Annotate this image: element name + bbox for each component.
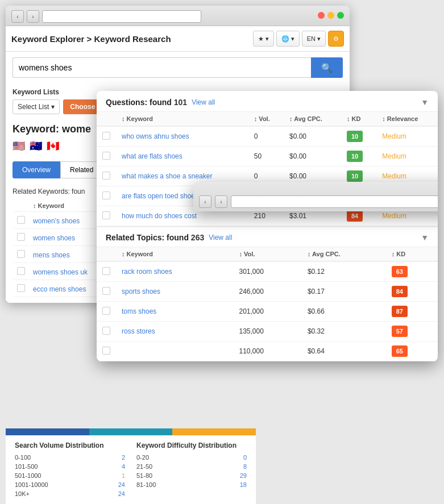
back-address-bar[interactable]: [42, 10, 201, 23]
checkbox[interactable]: [102, 132, 110, 140]
relevance-cell: Medium: [376, 126, 438, 147]
table-row: what are flats shoes 50 $0.00 10 Medium: [97, 147, 438, 166]
table-row: who owns ahnu shoes 0 $0.00 10 Medium: [97, 126, 438, 147]
minimize-btn[interactable]: [327, 12, 334, 19]
breadcrumb: Keyword Explorer > Keyword Research: [11, 34, 171, 44]
range-val: 0: [243, 454, 247, 461]
related-topics-table: ↕ Keyword ↕ Vol. ↕ Avg CPC. ↕ KD rack ro…: [97, 247, 438, 361]
cpc-cell: $0.64: [302, 341, 386, 361]
tab-overview[interactable]: Overview: [13, 161, 60, 178]
search-vol-dist: Search Volume Distribution 0-100 2 101-5…: [15, 441, 125, 498]
range-label: 101-500: [15, 463, 38, 470]
questions-header: Questions: found 101 View all ▼: [97, 91, 438, 112]
checkbox[interactable]: [102, 172, 110, 180]
breadcrumb-part2: Keyword Research: [94, 34, 171, 44]
checkbox[interactable]: [17, 267, 25, 275]
table-row: ross stores 135,000 $0.32 57: [97, 322, 438, 341]
kw-cell[interactable]: ross stores: [116, 322, 233, 341]
chevron-down-icon: ▾: [51, 103, 55, 111]
th-kd: ↕ KD: [341, 112, 376, 126]
checkbox[interactable]: [102, 152, 110, 160]
related-view-all[interactable]: View all: [209, 234, 232, 241]
kd-badge: 84: [392, 286, 408, 297]
cpc-cell: $0.32: [302, 322, 386, 341]
settings-button[interactable]: ⚙: [328, 31, 344, 47]
kd-badge: 10: [347, 131, 363, 142]
kd-badge: 10: [347, 151, 363, 162]
view-all-link[interactable]: View all: [192, 98, 215, 106]
dist-row: 101-500 4: [15, 462, 125, 471]
back-nav-btn[interactable]: ‹: [11, 10, 24, 23]
front-back-btn[interactable]: ‹: [199, 195, 211, 208]
checkbox[interactable]: [102, 307, 110, 315]
checkbox[interactable]: [102, 191, 110, 199]
dist-row: 10K+ 24: [15, 489, 125, 498]
dist-row: 0-20 0: [136, 453, 247, 462]
flag-ca[interactable]: 🇨🇦: [47, 140, 59, 152]
range-val: 8: [243, 463, 247, 470]
vol-cell: 201,000: [233, 302, 301, 322]
cpc-cell: $0.00: [284, 126, 341, 147]
questions-title: Questions: found 101: [106, 98, 187, 107]
range-label: 0-100: [15, 454, 31, 461]
table-row: 110,000 $0.64 65: [97, 341, 438, 361]
kd-dist-title: Keyword Difficulty Distribution: [136, 441, 247, 449]
star-button[interactable]: ★ ▾: [253, 31, 274, 47]
maximize-btn[interactable]: [337, 12, 344, 19]
dist-row: 1001-10000 24: [15, 480, 125, 489]
range-val: 24: [118, 481, 125, 488]
relevance-cell: Medium: [376, 147, 438, 166]
flag-au[interactable]: 🇦🇺: [30, 140, 42, 152]
kw-cell[interactable]: who owns ahnu shoes: [116, 126, 248, 147]
kw-cell[interactable]: rack room shoes: [116, 261, 233, 282]
checkbox[interactable]: [102, 347, 110, 355]
checkbox[interactable]: [17, 233, 25, 241]
kw-cell[interactable]: what are flats shoes: [116, 147, 248, 166]
q-count: 101: [174, 98, 187, 107]
dist-row: 501-1000 1: [15, 471, 125, 480]
cpc-cell: $0.00: [284, 147, 341, 166]
kd-badge: 10: [347, 170, 363, 182]
kd-dist: Keyword Difficulty Distribution 0-20 0 2…: [136, 441, 247, 498]
table-row: rack room shoes 301,000 $0.12 63: [97, 261, 438, 282]
th-relevance: ↕ Relevance: [376, 112, 438, 126]
flag-us[interactable]: 🇺🇸: [13, 140, 25, 152]
checkbox[interactable]: [17, 250, 25, 258]
kd-badge: 65: [392, 345, 408, 357]
vol-cell: 50: [248, 147, 284, 166]
range-label: 1001-10000: [15, 481, 48, 488]
checkbox[interactable]: [102, 211, 110, 219]
forward-nav-btn[interactable]: ›: [27, 10, 39, 23]
search-button[interactable]: 🔍: [311, 57, 343, 78]
checkbox[interactable]: [102, 267, 110, 275]
checkbox[interactable]: [17, 284, 25, 292]
th-kd: ↕ KD: [386, 247, 438, 261]
range-label: 0-20: [136, 454, 149, 461]
table-row: sports shoes 246,000 $0.17 84: [97, 282, 438, 302]
vol-cell: 301,000: [233, 261, 301, 282]
kw-cell[interactable]: [116, 341, 233, 361]
distribution-section: Search Volume Distribution 0-100 2 101-5…: [6, 435, 256, 504]
checkbox[interactable]: [102, 327, 110, 335]
kw-cell[interactable]: sports shoes: [116, 282, 233, 302]
related-filter-icon[interactable]: ▼: [421, 233, 429, 242]
main-search-input[interactable]: [13, 57, 311, 78]
breadcrumb-sep: >: [84, 34, 94, 44]
checkbox[interactable]: [102, 287, 110, 295]
breadcrumb-part1: Keyword Explorer: [11, 34, 84, 44]
lang-button[interactable]: EN ▾: [302, 31, 326, 47]
dist-row: 81-100 18: [136, 480, 247, 489]
checkbox[interactable]: [17, 216, 25, 224]
cpc-cell: $0.17: [302, 282, 386, 302]
globe-button[interactable]: 🌐 ▾: [276, 31, 300, 47]
vol-cell: 135,000: [233, 322, 301, 341]
front-address-bar[interactable]: [231, 195, 438, 208]
dist-row: 21-50 8: [136, 462, 247, 471]
range-val: 1: [122, 472, 125, 479]
filter-icon[interactable]: ▼: [421, 98, 429, 107]
close-btn[interactable]: [318, 12, 325, 19]
front-fwd-btn[interactable]: ›: [215, 195, 227, 208]
kw-cell[interactable]: toms shoes: [116, 302, 233, 322]
sv-dist-title: Search Volume Distribution: [15, 441, 125, 449]
select-list-button[interactable]: Select List ▾: [13, 99, 60, 114]
